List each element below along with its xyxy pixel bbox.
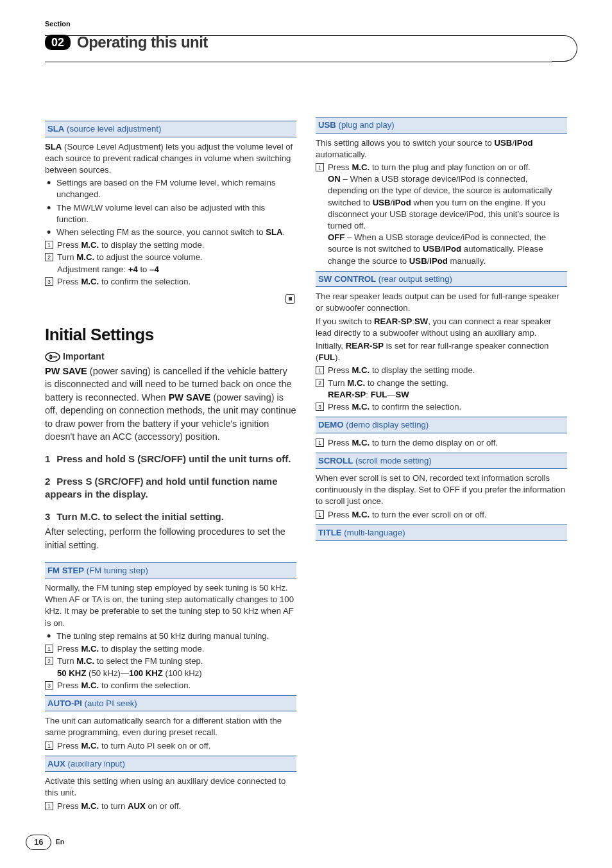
sla-intro: SLA (Source Level Adjustment) lets you a… — [45, 141, 296, 177]
fm-step-intro: Normally, the FM tuning step employed by… — [45, 582, 296, 629]
sla-bullet-2: The MW/LW volume level can also be adjus… — [56, 202, 296, 225]
title-section: TITLE (multi-language) — [316, 525, 567, 541]
usb-on-desc: ON – When a USB storage device/iPod is c… — [328, 173, 567, 232]
fm-step-heading: FM STEP (FM tuning step) — [45, 562, 296, 578]
sla-step-2: 2Turn M.C. to adjust the source volume.A… — [45, 252, 296, 275]
section-end-icon — [45, 294, 296, 307]
sw-control-heading: SW CONTROL (rear output setting) — [316, 271, 567, 287]
demo-section: DEMO (demo display setting) 1Press M.C. … — [316, 417, 567, 448]
sw-p3: Initially, REAR-SP is set for rear full-… — [316, 340, 567, 363]
aux-intro: Activate this setting when using an auxi… — [45, 776, 296, 799]
aux-heading: AUX (auxiliary input) — [45, 756, 296, 772]
sw-step-3: 3Press M.C. to confirm the selection. — [316, 401, 567, 413]
sw-step-1: 1Press M.C. to display the setting mode. — [316, 365, 567, 376]
init-step-2: 2Press S (SRC/OFF) and hold until functi… — [45, 475, 296, 501]
auto-pi-heading: AUTO-PI (auto PI seek) — [45, 695, 296, 711]
svg-point-0 — [46, 352, 60, 361]
init-step-3-after: After selecting, perform the following p… — [45, 525, 296, 552]
sw-p1: The rear speaker leads output can be use… — [316, 291, 567, 314]
pw-save-paragraph: PW SAVE (power saving) is cancelled if t… — [45, 365, 296, 444]
init-step-3: 3Turn M.C. to select the initial setting… — [45, 510, 296, 524]
fm-step-1: 1Press M.C. to display the setting mode. — [45, 643, 296, 655]
usb-step-1: 1Press M.C. to turn the plug and play fu… — [316, 162, 567, 267]
section-label: Section — [45, 19, 567, 29]
sla-bullet-1: Settings are based on the FM volume leve… — [56, 177, 296, 200]
important-icon — [45, 352, 59, 362]
fm-step-section: FM STEP (FM tuning step) Normally, the F… — [45, 562, 296, 691]
aux-step-1: 1Press M.C. to turn AUX on or off. — [45, 801, 296, 812]
demo-heading: DEMO (demo display setting) — [316, 417, 567, 433]
title-heading: TITLE (multi-language) — [316, 525, 567, 541]
usb-off-desc: OFF – When a USB storage device/iPod is … — [328, 232, 567, 267]
fm-step-2: 2Turn M.C. to select the FM tuning step.… — [45, 655, 296, 679]
auto-pi-intro: The unit can automatically search for a … — [45, 715, 296, 738]
usb-section: USB (plug and play) This setting allows … — [316, 117, 567, 267]
usb-intro: This setting allows you to switch your s… — [316, 137, 567, 161]
important-label: Important — [63, 351, 105, 363]
header-rule-top — [45, 35, 552, 36]
page-lang: En — [55, 837, 64, 847]
page-number: 16 — [26, 835, 51, 850]
initial-settings-section: Initial Settings Important PW SAVE (powe… — [45, 324, 296, 551]
usb-heading: USB (plug and play) — [316, 117, 567, 133]
sla-section: SLA (source level adjustment) SLA (Sourc… — [45, 121, 296, 307]
page-footer: 16 En — [26, 835, 65, 850]
auto-pi-step-1: 1Press M.C. to turn Auto PI seek on or o… — [45, 740, 296, 752]
sw-p2: If you switch to REAR-SP:SW, you can con… — [316, 316, 567, 339]
sla-step-1: 1Press M.C. to display the setting mode. — [45, 239, 296, 251]
scroll-step-1: 1Press M.C. to turn the ever scroll on o… — [316, 509, 567, 521]
sla-step-3: 3Press M.C. to confirm the selection. — [45, 276, 296, 288]
init-step-1: 1Press and hold S (SRC/OFF) until the un… — [45, 453, 296, 466]
scroll-intro: When ever scroll is set to ON, recorded … — [316, 473, 567, 508]
scroll-heading: SCROLL (scroll mode setting) — [316, 453, 567, 469]
fm-step-bullet: The tuning step remains at 50 kHz during… — [56, 630, 296, 642]
sla-heading: SLA (source level adjustment) — [45, 121, 296, 137]
header-arc — [552, 35, 577, 62]
aux-section: AUX (auxiliary input) Activate this sett… — [45, 756, 296, 812]
sw-control-section: SW CONTROL (rear output setting) The rea… — [316, 271, 567, 413]
scroll-section: SCROLL (scroll mode setting) When ever s… — [316, 453, 567, 521]
fm-step-3: 3Press M.C. to confirm the selection. — [45, 680, 296, 691]
initial-settings-title: Initial Settings — [45, 324, 296, 347]
section-number-badge: 02 — [45, 35, 71, 50]
demo-step-1: 1Press M.C. to turn the demo display on … — [316, 437, 567, 449]
sla-bullet-3: When selecting FM as the source, you can… — [56, 227, 296, 238]
sw-step-2: 2Turn M.C. to change the setting.REAR-SP… — [316, 378, 567, 401]
auto-pi-section: AUTO-PI (auto PI seek) The unit can auto… — [45, 695, 296, 752]
header-rule-bottom — [45, 62, 552, 62]
